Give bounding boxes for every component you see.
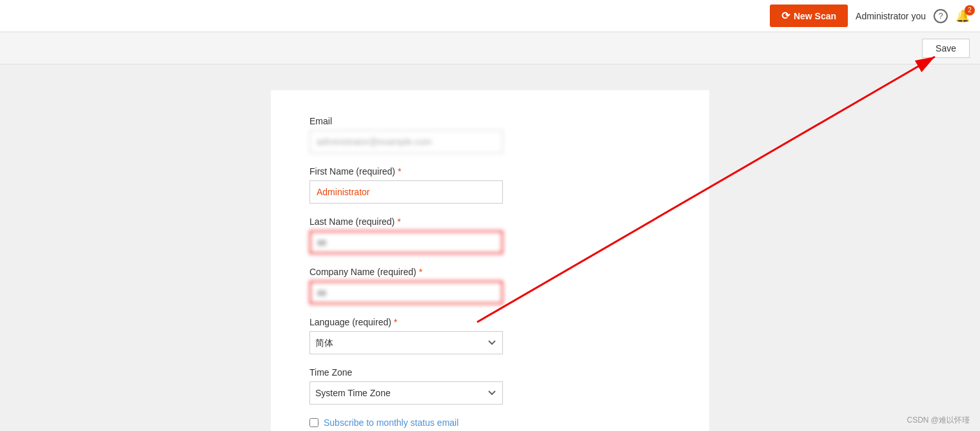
save-button[interactable]: Save	[922, 39, 970, 58]
admin-label: Administrator you	[856, 11, 926, 21]
company-name-input[interactable]	[309, 281, 503, 304]
watermark: CSDN @难以怀瑾	[906, 415, 970, 426]
timezone-group: Time Zone System Time Zone UTC Asia/Shan…	[309, 367, 671, 405]
language-group: Language (required) * 简体 English 日本語 한국어	[309, 317, 671, 354]
help-icon[interactable]: ?	[934, 9, 948, 23]
required-star-language: *	[394, 317, 397, 327]
timezone-select[interactable]: System Time Zone UTC Asia/Shanghai Ameri…	[309, 381, 503, 405]
scan-icon: ⟳	[781, 10, 790, 22]
email-group: Email	[309, 116, 671, 153]
required-star-company: *	[419, 267, 422, 277]
language-select[interactable]: 简体 English 日本語 한국어	[309, 331, 503, 354]
required-star: *	[398, 166, 401, 177]
profile-form-panel: Email First Name (required) * Last Name …	[271, 90, 709, 431]
first-name-label: First Name (required) *	[309, 166, 671, 177]
first-name-group: First Name (required) *	[309, 166, 671, 204]
notification-badge: 2	[965, 5, 975, 15]
last-name-group: Last Name (required) *	[309, 216, 671, 254]
new-scan-button[interactable]: ⟳ New Scan	[770, 5, 848, 27]
required-star-lastname: *	[397, 216, 400, 227]
timezone-label: Time Zone	[309, 367, 671, 378]
notification-icon[interactable]: 🔔 2	[956, 9, 970, 23]
subscribe-checkbox[interactable]	[309, 418, 318, 427]
help-question-mark: ?	[938, 11, 943, 21]
subscribe-label[interactable]: Subscribe to monthly status email	[324, 417, 458, 428]
company-name-group: Company Name (required) *	[309, 267, 671, 304]
app-header: ⟳ New Scan Administrator you ? 🔔 2	[0, 0, 980, 32]
new-scan-label: New Scan	[794, 11, 836, 21]
email-label: Email	[309, 116, 671, 126]
email-input[interactable]	[309, 130, 503, 153]
subscribe-group: Subscribe to monthly status email	[309, 417, 671, 428]
page-toolbar: Save	[0, 32, 980, 64]
last-name-label: Last Name (required) *	[309, 216, 671, 227]
main-content: Email First Name (required) * Last Name …	[0, 64, 980, 431]
last-name-input[interactable]	[309, 231, 503, 254]
company-name-label: Company Name (required) *	[309, 267, 671, 277]
language-label: Language (required) *	[309, 317, 671, 327]
first-name-input[interactable]	[309, 180, 503, 204]
